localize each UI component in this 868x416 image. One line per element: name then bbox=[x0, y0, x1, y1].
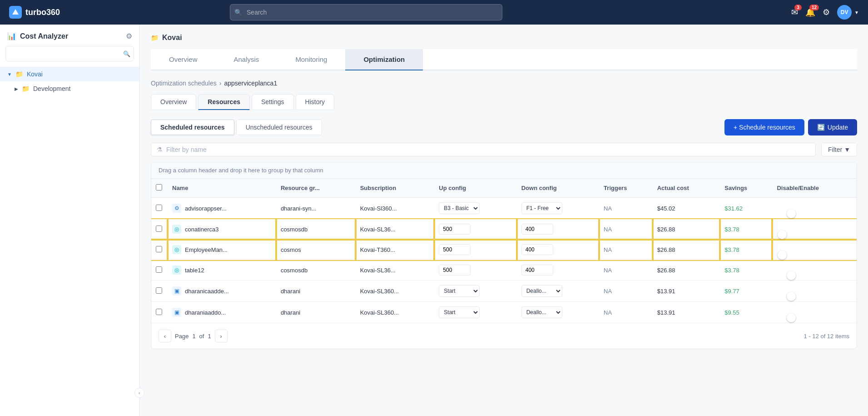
resource-tabs: Scheduled resources Unscheduled resource… bbox=[151, 120, 322, 135]
row-checkbox[interactable] bbox=[156, 287, 162, 294]
resource-name: ⚙ advisorappser... bbox=[172, 204, 245, 213]
next-page-button[interactable]: › bbox=[215, 330, 228, 342]
optimization-schedules-link[interactable]: Optimization schedules bbox=[151, 80, 217, 87]
chevron-down-icon: ▼ bbox=[854, 10, 859, 15]
up-config-input[interactable] bbox=[439, 224, 471, 235]
update-button[interactable]: 🔄 Update bbox=[808, 119, 857, 135]
tab-optimization[interactable]: Optimization bbox=[345, 49, 423, 70]
up-config-select-cell: Start bbox=[439, 285, 512, 297]
items-count: 1 - 12 of 12 items bbox=[804, 333, 849, 340]
actual-cost-value: $45.02 bbox=[657, 205, 675, 212]
row-checkbox[interactable] bbox=[156, 246, 162, 252]
actual-cost-value: $13.91 bbox=[657, 288, 675, 295]
row-actual-cost-cell: $45.02 bbox=[653, 198, 720, 219]
sidebar-settings-icon[interactable]: ⚙ bbox=[126, 32, 132, 40]
up-config-input-cell bbox=[439, 224, 512, 235]
down-config-input[interactable] bbox=[521, 265, 553, 276]
row-checkbox-cell bbox=[151, 219, 168, 240]
row-triggers-cell: NA bbox=[599, 198, 653, 219]
row-checkbox[interactable] bbox=[156, 266, 162, 273]
of-label: of bbox=[199, 333, 204, 340]
row-checkbox[interactable] bbox=[156, 309, 162, 315]
filter-button[interactable]: Filter ▼ bbox=[821, 143, 857, 156]
savings-value: $31.62 bbox=[724, 205, 743, 212]
resource-group-text: dharani-syn... bbox=[281, 205, 317, 212]
row-up-config-cell: Start bbox=[434, 281, 516, 302]
resource-name: ▣ dharaniaaddo... bbox=[172, 308, 245, 317]
row-subscription-cell: Kovai-Sl360... bbox=[356, 198, 435, 219]
resource-name: ◎ conatinerca3 bbox=[172, 225, 245, 234]
breadcrumb-title: Kovai bbox=[162, 34, 182, 42]
notifications-button[interactable]: 🔔 12 bbox=[805, 7, 815, 17]
down-config-select[interactable]: Deallo... bbox=[521, 306, 562, 318]
up-config-select[interactable]: B3 - Basic bbox=[439, 202, 480, 214]
triggers-value: NA bbox=[604, 309, 612, 316]
row-resource-group-cell: cosmos bbox=[276, 240, 356, 260]
scheduled-resources-tab[interactable]: Scheduled resources bbox=[151, 120, 234, 135]
down-config-select[interactable]: F1 - Free bbox=[521, 202, 562, 214]
row-down-config-cell bbox=[517, 260, 599, 281]
page-current: 1 bbox=[192, 333, 195, 340]
up-config-input[interactable] bbox=[439, 244, 471, 255]
actual-cost-value: $26.88 bbox=[657, 267, 675, 274]
collapse-sidebar-button[interactable]: ‹ bbox=[134, 388, 144, 398]
row-checkbox-cell bbox=[151, 302, 168, 323]
row-toggle-cell bbox=[772, 219, 857, 240]
row-checkbox-cell bbox=[151, 240, 168, 260]
col-disable-enable: Disable/Enable bbox=[772, 179, 857, 198]
breadcrumb-folder-icon: 📁 bbox=[151, 34, 159, 41]
row-savings-cell: $31.62 bbox=[720, 198, 772, 219]
svg-marker-0 bbox=[12, 9, 19, 15]
sub-tab-settings[interactable]: Settings bbox=[252, 94, 294, 110]
row-savings-cell: $9.77 bbox=[720, 281, 772, 302]
row-triggers-cell: NA bbox=[599, 260, 653, 281]
unscheduled-resources-tab[interactable]: Unscheduled resources bbox=[236, 120, 322, 135]
col-triggers: Triggers bbox=[599, 179, 653, 198]
up-config-select[interactable]: Start bbox=[439, 285, 480, 297]
tab-analysis[interactable]: Analysis bbox=[216, 49, 278, 70]
down-config-input[interactable] bbox=[521, 224, 553, 235]
down-config-select[interactable]: Deallo... bbox=[521, 285, 562, 297]
up-config-input-cell bbox=[439, 265, 512, 276]
resource-type-icon: ⚙ bbox=[172, 204, 181, 213]
row-checkbox[interactable] bbox=[156, 205, 162, 211]
sub-tab-resources[interactable]: Resources bbox=[198, 94, 250, 110]
up-config-input[interactable] bbox=[439, 265, 471, 276]
table-header-row: Name Resource gr... Subscription Up conf… bbox=[151, 179, 857, 198]
sidebar-item-development[interactable]: ▶ 📁 Development bbox=[0, 81, 139, 96]
sub-tab-history[interactable]: History bbox=[296, 94, 335, 110]
select-all-checkbox[interactable] bbox=[156, 184, 162, 190]
messages-button[interactable]: ✉ 3 bbox=[791, 7, 798, 17]
tab-monitoring[interactable]: Monitoring bbox=[277, 49, 345, 70]
row-subscription-cell: Kovai-SL36... bbox=[356, 260, 435, 281]
row-up-config-cell: B3 - Basic bbox=[434, 198, 516, 219]
triggers-value: NA bbox=[604, 205, 612, 212]
row-name-cell: ◎ conatinerca3 bbox=[168, 219, 276, 240]
tab-overview[interactable]: Overview bbox=[151, 49, 216, 70]
row-checkbox[interactable] bbox=[156, 226, 162, 232]
app-logo: turbo360 bbox=[9, 6, 82, 19]
row-subscription-cell: Kovai-SL360... bbox=[356, 281, 435, 302]
down-config-select-cell: Deallo... bbox=[521, 285, 595, 297]
resource-group-text: cosmosdb bbox=[281, 226, 308, 233]
up-config-select[interactable]: Start bbox=[439, 306, 480, 318]
resource-type-icon: ◎ bbox=[172, 225, 181, 234]
sub-tab-overview[interactable]: Overview bbox=[151, 94, 196, 110]
subscription-text: Kovai-Sl360... bbox=[360, 205, 397, 212]
user-menu[interactable]: DV ▼ bbox=[837, 5, 859, 20]
prev-page-button[interactable]: ‹ bbox=[159, 330, 171, 342]
row-triggers-cell: NA bbox=[599, 302, 653, 323]
settings-button[interactable]: ⚙ bbox=[823, 7, 830, 17]
triggers-value: NA bbox=[604, 246, 612, 253]
down-config-input[interactable] bbox=[521, 244, 553, 255]
savings-value: $3.78 bbox=[724, 226, 739, 233]
resource-name-text: dharaniaaddo... bbox=[185, 309, 226, 316]
col-savings: Savings bbox=[720, 179, 772, 198]
search-input[interactable] bbox=[230, 4, 502, 20]
up-config-select-cell: B3 - Basic bbox=[439, 202, 512, 214]
filter-placeholder[interactable]: Filter by name bbox=[166, 146, 207, 153]
schedule-resources-button[interactable]: + Schedule resources bbox=[724, 119, 804, 135]
sidebar-title: 📊 Cost Analyzer bbox=[7, 32, 68, 40]
sidebar-search-input[interactable] bbox=[5, 46, 134, 61]
sidebar-item-kovai[interactable]: ▼ 📁 Kovai bbox=[0, 67, 139, 81]
